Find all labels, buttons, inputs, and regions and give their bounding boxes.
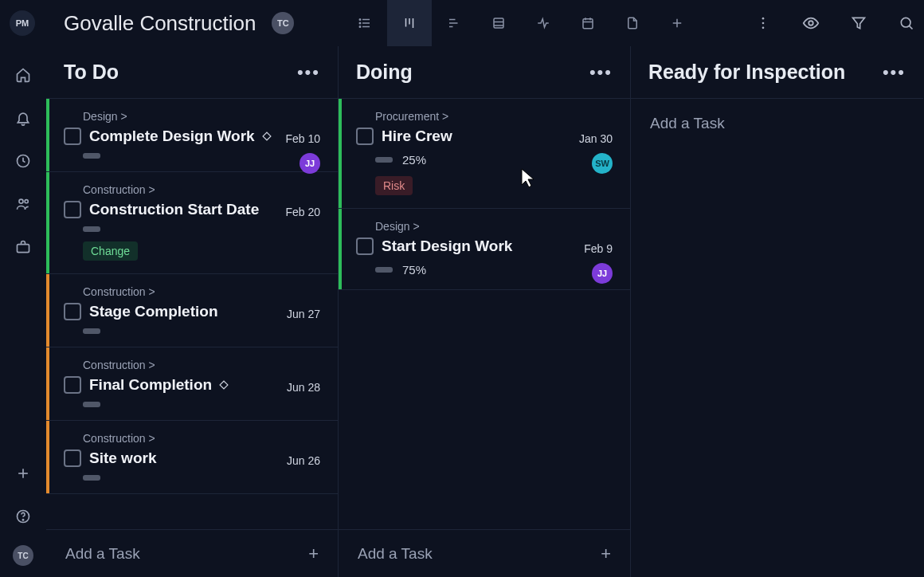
- task-date: Jun 28: [287, 381, 320, 394]
- calendar-icon: [581, 16, 595, 30]
- add-task-label: Add a Task: [358, 545, 433, 563]
- column-menu[interactable]: •••: [883, 62, 906, 83]
- svg-point-26: [901, 18, 910, 27]
- svg-point-3: [359, 19, 361, 21]
- eye-icon: [802, 14, 820, 32]
- task-date: Jan 30: [579, 132, 613, 145]
- task-checkbox[interactable]: [356, 237, 374, 255]
- progress-bar: [83, 328, 100, 334]
- svg-point-4: [359, 22, 361, 24]
- svg-point-29: [19, 199, 23, 203]
- progress-percent: 25%: [402, 153, 426, 167]
- priority-stripe: [46, 172, 49, 273]
- add-task-button[interactable]: Add a Task+: [46, 529, 338, 577]
- task-card[interactable]: Construction >Construction Start DateFeb…: [46, 172, 338, 274]
- task-title: Start Design Work: [382, 237, 512, 255]
- task-date: Feb 9: [584, 242, 613, 255]
- task-checkbox[interactable]: [64, 128, 81, 145]
- task-breadcrumb[interactable]: Construction >: [83, 432, 320, 445]
- task-title: Hire Crew: [382, 128, 452, 145]
- gantt-view-tab[interactable]: [432, 0, 476, 46]
- user-avatar[interactable]: TC: [13, 545, 33, 566]
- filter-icon: [851, 15, 867, 31]
- list-view-tab[interactable]: [343, 0, 387, 46]
- view-tabs: [343, 0, 699, 46]
- task-card[interactable]: Construction >Stage CompletionJun 27: [46, 274, 338, 347]
- svg-rect-12: [494, 18, 503, 28]
- activity-icon: [536, 16, 550, 30]
- assignee-avatar[interactable]: JJ: [592, 263, 613, 284]
- svg-point-30: [25, 200, 28, 203]
- priority-stripe: [46, 347, 49, 420]
- task-breadcrumb[interactable]: Design >: [375, 220, 613, 233]
- more-vertical-icon: [755, 15, 771, 31]
- task-title: Site work: [89, 449, 156, 467]
- task-card[interactable]: Design >Start Design WorkFeb 975%JJ: [339, 209, 630, 290]
- task-card[interactable]: Construction >Site workJun 26: [46, 421, 338, 494]
- svg-marker-25: [853, 18, 865, 28]
- briefcase-icon: [15, 239, 31, 255]
- priority-stripe: [46, 99, 49, 171]
- column-title: To Do: [64, 61, 119, 84]
- more-menu[interactable]: [754, 14, 773, 33]
- table-view-tab[interactable]: [476, 0, 521, 46]
- column-title: Doing: [356, 61, 413, 84]
- watch-button[interactable]: [801, 14, 820, 33]
- priority-stripe: [46, 421, 49, 493]
- file-icon: [625, 16, 640, 30]
- task-checkbox[interactable]: [64, 376, 81, 394]
- column-menu[interactable]: •••: [589, 62, 613, 83]
- task-title: Final Completion: [89, 376, 212, 394]
- search-button[interactable]: [897, 14, 916, 33]
- task-checkbox[interactable]: [356, 128, 374, 145]
- task-breadcrumb[interactable]: Construction >: [83, 285, 320, 298]
- task-tag: Change: [83, 241, 138, 261]
- board-view-tab[interactable]: [387, 0, 432, 46]
- files-view-tab[interactable]: [610, 0, 655, 46]
- task-checkbox[interactable]: [64, 201, 81, 218]
- activity-view-tab[interactable]: [521, 0, 566, 46]
- notifications-nav[interactable]: [9, 104, 37, 132]
- task-checkbox[interactable]: [64, 449, 81, 467]
- task-breadcrumb[interactable]: Construction >: [83, 183, 320, 196]
- task-checkbox[interactable]: [64, 303, 81, 320]
- column-cards: Add a Task: [631, 99, 923, 577]
- add-task-label: Add a Task: [65, 545, 140, 563]
- team-nav[interactable]: [9, 190, 37, 218]
- task-card[interactable]: Design >Complete Design WorkFeb 10JJ: [46, 99, 338, 172]
- assignee-avatar[interactable]: JJ: [300, 153, 320, 174]
- task-title: Construction Start Date: [89, 201, 259, 218]
- work-nav[interactable]: [9, 233, 37, 261]
- recent-nav[interactable]: [9, 147, 37, 175]
- svg-point-5: [359, 26, 361, 28]
- add-task-button[interactable]: Add a Task+: [339, 529, 630, 577]
- user-chip[interactable]: TC: [272, 12, 294, 34]
- column-menu[interactable]: •••: [297, 62, 320, 83]
- help-nav[interactable]: [9, 502, 37, 531]
- column-cards: Procurement >Hire CrewJan 3025%SWRiskDes…: [339, 99, 630, 529]
- milestone-icon: [261, 131, 272, 142]
- add-view-tab[interactable]: [655, 0, 699, 46]
- task-card[interactable]: Construction >Final CompletionJun 28: [46, 347, 338, 421]
- calendar-view-tab[interactable]: [566, 0, 610, 46]
- filter-button[interactable]: [849, 14, 868, 33]
- left-rail: TC: [0, 46, 46, 577]
- task-breadcrumb[interactable]: Construction >: [83, 359, 320, 371]
- help-icon: [15, 508, 31, 524]
- users-icon: [15, 196, 31, 212]
- svg-point-35: [22, 520, 23, 520]
- add-task-label: Add a Task: [650, 115, 725, 132]
- task-card[interactable]: Procurement >Hire CrewJan 3025%SWRisk: [339, 99, 630, 209]
- add-nav[interactable]: [9, 459, 37, 488]
- column-header: Doing•••: [339, 46, 630, 99]
- app-logo[interactable]: PM: [10, 10, 35, 36]
- add-task-button[interactable]: Add a Task: [631, 99, 923, 132]
- assignee-avatar[interactable]: SW: [592, 153, 613, 174]
- column-cards: Design >Complete Design WorkFeb 10JJCons…: [46, 99, 338, 529]
- svg-point-21: [762, 18, 765, 20]
- progress-bar: [83, 153, 100, 159]
- home-nav[interactable]: [9, 61, 37, 89]
- task-breadcrumb[interactable]: Procurement >: [375, 110, 613, 123]
- task-breadcrumb[interactable]: Design >: [83, 110, 320, 123]
- svg-point-23: [762, 27, 765, 29]
